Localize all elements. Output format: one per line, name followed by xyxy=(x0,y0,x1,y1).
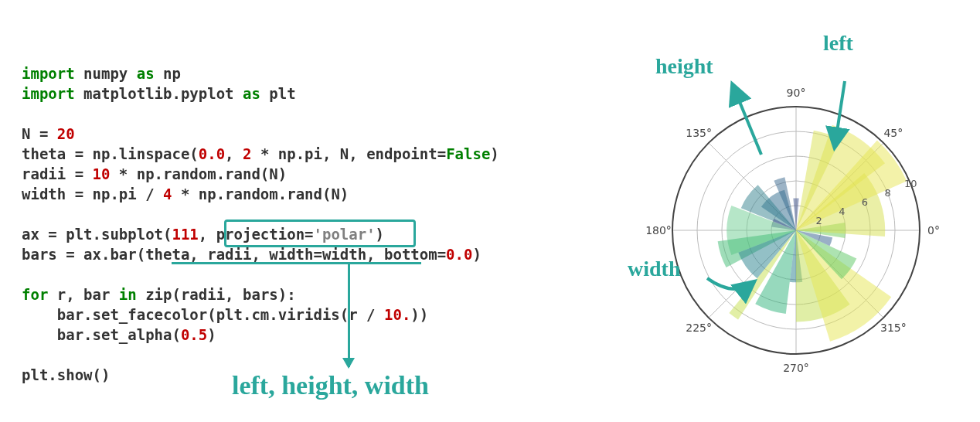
ann-width: width xyxy=(628,257,680,281)
code-blank-4 xyxy=(22,345,547,365)
code-line-5: radii = 10 * np.random.rand(N) xyxy=(22,164,547,184)
code-line-6: width = np.pi / 4 * np.random.rand(N) xyxy=(22,184,547,204)
svg-text:225°: 225° xyxy=(686,322,712,334)
code-blank-2 xyxy=(22,204,547,224)
svg-text:45°: 45° xyxy=(883,127,903,139)
code-blank-1 xyxy=(22,104,547,124)
caption-bar-args: left, height, width xyxy=(232,371,429,400)
polar-svg: 0°45°90°135°180°225°270°315°246810 xyxy=(641,76,951,385)
code-line-11: bar.set_alpha(0.5) xyxy=(22,325,547,345)
ann-height: height xyxy=(655,54,713,79)
code-line-9: for r, bar in zip(radii, bars): xyxy=(22,284,547,305)
code-line-2: import matplotlib.pyplot as plt xyxy=(22,83,547,104)
kw-import: import xyxy=(22,65,75,82)
svg-text:270°: 270° xyxy=(783,362,809,374)
code-line-8: bars = ax.bar(theta, radii, width=width,… xyxy=(22,244,547,264)
svg-text:180°: 180° xyxy=(645,224,672,237)
svg-text:10: 10 xyxy=(904,178,917,189)
code-line-7: ax = plt.subplot(111, projection='polar'… xyxy=(22,224,547,244)
polar-chart: 0°45°90°135°180°225°270°315°246810 xyxy=(641,76,951,385)
svg-text:135°: 135° xyxy=(686,127,712,139)
svg-text:4: 4 xyxy=(839,206,845,217)
code-block: import numpy as np import matplotlib.pyp… xyxy=(22,63,547,385)
code-line-4: theta = np.linspace(0.0, 2 * np.pi, N, e… xyxy=(22,144,547,164)
slide-root: import numpy as np import matplotlib.pyp… xyxy=(0,0,980,422)
svg-text:2: 2 xyxy=(816,215,822,226)
svg-text:8: 8 xyxy=(885,187,891,199)
svg-text:0°: 0° xyxy=(927,224,940,237)
code-line-1: import numpy as np xyxy=(22,63,547,83)
svg-text:315°: 315° xyxy=(880,322,907,334)
svg-text:90°: 90° xyxy=(787,87,806,99)
code-line-3: N = 20 xyxy=(22,124,547,144)
code-line-10: bar.set_facecolor(plt.cm.viridis(r / 10.… xyxy=(22,305,547,325)
svg-text:6: 6 xyxy=(862,196,868,208)
ann-left: left xyxy=(823,31,853,56)
code-blank-3 xyxy=(22,264,547,284)
